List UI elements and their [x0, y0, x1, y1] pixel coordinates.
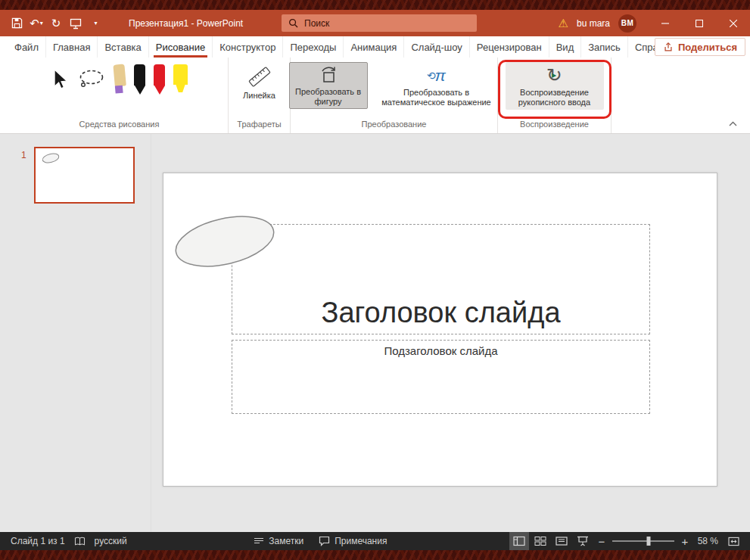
collapse-ribbon-button[interactable] — [726, 118, 739, 129]
save-icon — [11, 17, 23, 29]
minimize-button[interactable] — [648, 10, 682, 36]
title-placeholder-text: Заголовок слайда — [321, 297, 560, 329]
slideshow-icon — [70, 17, 82, 30]
tab-insert[interactable]: Вставка — [97, 36, 148, 58]
view-sorter-button[interactable] — [531, 532, 550, 550]
ruler-icon — [247, 65, 272, 89]
zoom-out-button[interactable]: − — [594, 532, 609, 550]
tab-slideshow[interactable]: Слайд-шоу — [403, 36, 468, 58]
convert-to-math-button[interactable]: ⟲ π Преобразовать в математическое выраж… — [374, 62, 499, 110]
search-box[interactable] — [282, 14, 477, 32]
save-button[interactable] — [8, 14, 26, 33]
ink-replay-label: Воспроизведение рукописного ввода — [510, 88, 599, 107]
spellcheck-book-icon — [74, 537, 86, 546]
convert-shape-label: Преобразовать в фигуру — [294, 87, 363, 107]
chevron-down-icon: ▾ — [94, 20, 97, 26]
window-controls — [648, 10, 750, 36]
group-label-convert: Преобразование — [294, 119, 494, 133]
comments-icon — [319, 536, 330, 546]
convert-to-shape-button[interactable]: Преобразовать в фигуру — [289, 62, 368, 109]
play-icon: ▶ — [552, 72, 556, 79]
search-input[interactable] — [304, 18, 470, 29]
workspace: 1 Заголовок слайда Подзаголовок слайда — [0, 134, 750, 532]
warning-icon[interactable]: ⚠ — [559, 17, 568, 29]
spellcheck-button[interactable] — [70, 532, 90, 550]
language-indicator[interactable]: русский — [90, 532, 132, 550]
close-icon — [730, 20, 737, 27]
cursor-arrow-icon — [51, 69, 69, 92]
normal-view-icon — [513, 536, 525, 546]
zoom-in-button[interactable]: + — [677, 532, 692, 550]
ink-ellipse-drawing[interactable] — [163, 194, 300, 293]
zoom-slider-thumb[interactable] — [646, 537, 650, 546]
eraser-tool[interactable] — [113, 64, 126, 93]
start-slideshow-button[interactable] — [67, 14, 85, 33]
titlebar-right: ⚠ bu mara BM — [559, 10, 750, 36]
notes-button[interactable]: Заметки — [249, 532, 308, 550]
zoom-slider[interactable] — [612, 532, 674, 550]
tab-draw[interactable]: Рисование — [148, 36, 212, 58]
desktop-wallpaper-top — [0, 0, 750, 10]
minimize-icon — [661, 20, 669, 27]
titlebar: ↶ ▾ ↻ ▾ Презентация1 - PowerPoint ⚠ bu m… — [0, 10, 750, 36]
zoom-level[interactable]: 58 % — [694, 536, 721, 546]
group-drawing-tools: Средства рисования — [11, 58, 229, 133]
tab-design[interactable]: Конструктор — [212, 36, 282, 58]
ribbon: Средства рисования Линейка Трафареты Пре… — [0, 58, 750, 134]
tab-record[interactable]: Запись — [580, 36, 627, 58]
tab-transitions[interactable]: Переходы — [282, 36, 343, 58]
maximize-icon — [696, 20, 703, 27]
subtitle-placeholder[interactable]: Подзаголовок слайда — [232, 340, 650, 414]
statusbar-center: Заметки Примечания — [249, 532, 391, 550]
comments-button[interactable]: Примечания — [314, 532, 391, 550]
customize-qat-button[interactable]: ▾ — [86, 14, 104, 33]
ink-replay-button[interactable]: ↻ ▶ Воспроизведение рукописного ввода — [506, 62, 604, 110]
user-name[interactable]: bu mara — [577, 18, 610, 29]
zoom-track — [612, 540, 674, 542]
ruler-button[interactable]: Линейка — [238, 62, 280, 103]
view-slideshow-button[interactable] — [573, 532, 593, 550]
slideshow-view-icon — [577, 536, 589, 546]
group-label-stencils: Трафареты — [232, 119, 287, 133]
math-expression-icon: ⟲ π — [427, 65, 446, 86]
group-replay: ↻ ▶ Воспроизведение рукописного ввода Во… — [498, 58, 612, 133]
fit-to-window-button[interactable] — [724, 532, 744, 550]
eraser-icon — [113, 64, 126, 86]
group-label-drawing-tools: Средства рисования — [14, 119, 225, 133]
subtitle-placeholder-text: Подзаголовок слайда — [384, 344, 497, 357]
tab-animations[interactable]: Анимация — [343, 36, 403, 58]
ink-replay-icon: ↻ ▶ — [544, 65, 565, 86]
convert-shape-icon — [319, 65, 338, 85]
view-normal-button[interactable] — [509, 532, 529, 550]
group-convert: Преобразовать в фигуру ⟲ π Преобразовать… — [291, 58, 498, 133]
tab-view[interactable]: Вид — [549, 36, 581, 58]
tab-file[interactable]: Файл — [8, 36, 45, 58]
close-button[interactable] — [716, 10, 750, 36]
undo-button[interactable]: ↶ ▾ — [27, 14, 45, 33]
slide-counter[interactable]: Слайд 1 из 1 — [6, 532, 70, 550]
highlighter-tool[interactable] — [173, 64, 188, 92]
view-reading-button[interactable] — [552, 532, 571, 550]
avatar[interactable]: BM — [618, 14, 636, 33]
fit-slide-icon — [728, 537, 739, 546]
chevron-up-icon — [729, 121, 737, 126]
slide[interactable]: Заголовок слайда Подзаголовок слайда — [163, 173, 717, 487]
share-button[interactable]: Поделиться — [655, 38, 745, 56]
pen-black-tool[interactable] — [134, 64, 145, 95]
eraser-cap — [115, 86, 123, 94]
notes-icon — [254, 537, 264, 546]
group-label-replay: Воспроизведение — [501, 119, 608, 133]
statusbar-right: − + 58 % — [509, 532, 744, 550]
lasso-select-tool[interactable] — [77, 69, 106, 93]
tab-review[interactable]: Рецензирован — [469, 36, 549, 58]
highlighter-icon — [173, 64, 188, 85]
undo-dropdown-icon: ▾ — [40, 20, 43, 26]
group-stencils: Линейка Трафареты — [229, 58, 291, 133]
redo-button[interactable]: ↻ — [47, 14, 65, 33]
tab-home[interactable]: Главная — [45, 36, 97, 58]
select-tool[interactable] — [51, 69, 69, 95]
slide-thumbnail[interactable] — [34, 147, 135, 204]
maximize-button[interactable] — [682, 10, 716, 36]
pen-red-tool[interactable] — [154, 64, 165, 95]
quick-access-toolbar: ↶ ▾ ↻ ▾ — [0, 14, 104, 33]
